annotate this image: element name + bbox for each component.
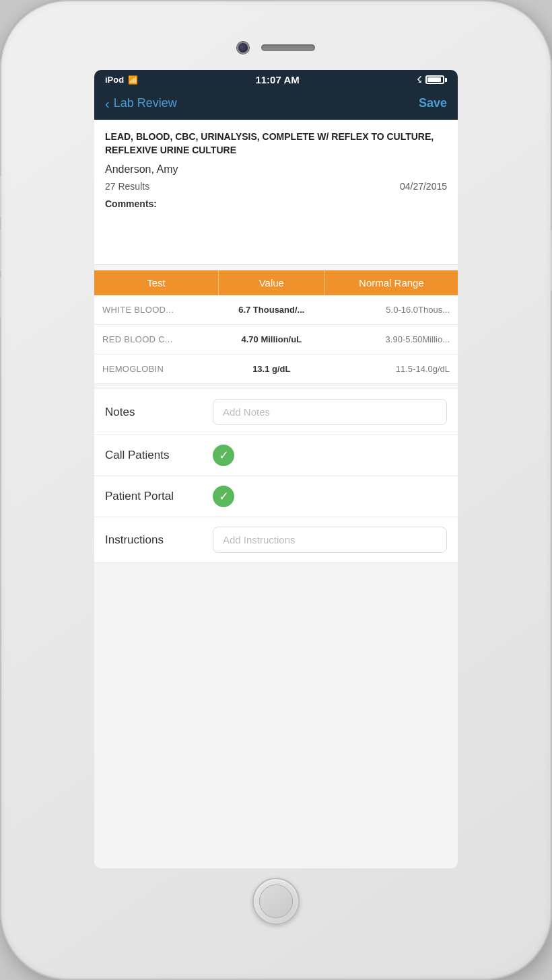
header-value: Value xyxy=(219,270,325,295)
instructions-input[interactable] xyxy=(213,527,447,553)
call-patients-checkbox[interactable]: ✓ xyxy=(213,445,234,466)
status-right: ☇ xyxy=(417,75,447,85)
header-test: Test xyxy=(94,270,219,295)
results-table: Test Value Normal Range WHITE BLOOD... 6… xyxy=(94,270,458,384)
status-time: 11:07 AM xyxy=(255,74,299,85)
lab-info-card: LEAD, BLOOD, CBC, URINALYSIS, COMPLETE W… xyxy=(94,120,458,265)
call-patients-row: Call Patients ✓ xyxy=(94,435,458,476)
content-area: LEAD, BLOOD, CBC, URINALYSIS, COMPLETE W… xyxy=(94,120,458,868)
patient-portal-label: Patient Portal xyxy=(105,490,213,503)
back-button[interactable]: ‹ Lab Review xyxy=(105,96,177,110)
test-value-1: 6.7 Thousand/... xyxy=(218,295,324,324)
table-row: WHITE BLOOD... 6.7 Thousand/... 5.0-16.0… xyxy=(94,295,458,325)
phone-top xyxy=(22,42,530,63)
test-name-2: RED BLOOD C... xyxy=(94,325,218,354)
wifi-icon: 📶 xyxy=(128,75,138,85)
front-camera xyxy=(237,42,249,54)
table-row: RED BLOOD C... 4.70 Million/uL 3.90-5.50… xyxy=(94,325,458,354)
test-range-1: 5.0-16.0Thous... xyxy=(324,295,458,324)
test-value-2: 4.70 Million/uL xyxy=(218,325,324,354)
patient-portal-checkbox[interactable]: ✓ xyxy=(213,486,234,507)
home-button[interactable] xyxy=(252,878,300,925)
carrier-label: iPod xyxy=(105,75,124,85)
test-range-2: 3.90-5.50Millio... xyxy=(324,325,458,354)
notes-input[interactable] xyxy=(213,399,447,425)
comments-area xyxy=(105,213,447,254)
results-count: 27 Results xyxy=(105,181,149,192)
test-name-3: HEMOGLOBIN xyxy=(94,354,218,383)
patient-portal-row: Patient Portal ✓ xyxy=(94,476,458,517)
save-button[interactable]: Save xyxy=(419,96,447,110)
test-name-1: WHITE BLOOD... xyxy=(94,295,218,324)
home-button-inner xyxy=(259,884,293,918)
instructions-row: Instructions xyxy=(94,517,458,563)
earpiece-speaker xyxy=(261,44,315,51)
call-patients-label: Call Patients xyxy=(105,449,213,462)
battery-body xyxy=(425,75,444,84)
notes-row: Notes xyxy=(94,389,458,435)
test-range-3: 11.5-14.0g/dL xyxy=(324,354,458,383)
home-button-area xyxy=(252,878,300,925)
battery-fill xyxy=(427,77,441,82)
nav-bar: ‹ Lab Review Save xyxy=(94,89,458,120)
battery-tip xyxy=(445,78,447,82)
status-bar: iPod 📶 11:07 AM ☇ xyxy=(94,70,458,89)
phone-device: iPod 📶 11:07 AM ☇ ‹ Lab Review Save xyxy=(0,0,552,980)
screen: iPod 📶 11:07 AM ☇ ‹ Lab Review Save xyxy=(94,70,458,868)
instructions-label: Instructions xyxy=(105,533,213,547)
battery-icon xyxy=(425,75,447,84)
table-row: HEMOGLOBIN 13.1 g/dL 11.5-14.0g/dL xyxy=(94,354,458,384)
notes-label: Notes xyxy=(105,406,213,419)
table-header: Test Value Normal Range xyxy=(94,270,458,295)
header-range: Normal Range xyxy=(325,270,458,295)
bluetooth-icon: ☇ xyxy=(417,75,421,85)
test-value-3: 13.1 g/dL xyxy=(218,354,324,383)
meta-row: 27 Results 04/27/2015 xyxy=(105,181,447,192)
chevron-left-icon: ‹ xyxy=(105,97,110,110)
status-left: iPod 📶 xyxy=(105,75,138,85)
comments-label: Comments: xyxy=(105,198,447,209)
camera-speaker-area xyxy=(237,42,315,54)
form-section: Notes Call Patients ✓ Patient Portal ✓ I… xyxy=(94,389,458,563)
patient-name: Anderson, Amy xyxy=(105,163,447,176)
lab-title: LEAD, BLOOD, CBC, URINALYSIS, COMPLETE W… xyxy=(105,130,447,157)
back-label: Lab Review xyxy=(114,96,177,110)
result-date: 04/27/2015 xyxy=(400,181,447,192)
